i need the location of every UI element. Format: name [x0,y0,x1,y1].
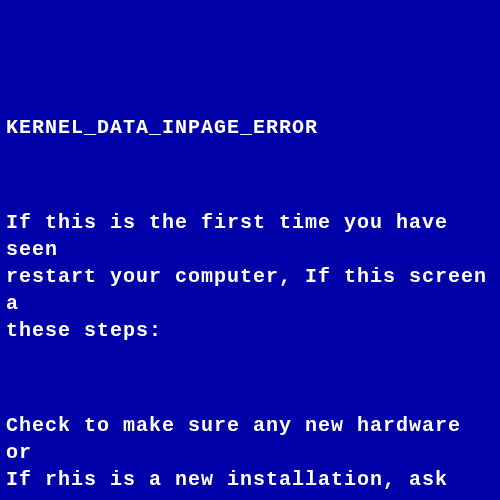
bsod-paragraph-2: Check to make sure any new hardware or I… [6,412,500,500]
bsod-error-title: KERNEL_DATA_INPAGE_ERROR [6,114,500,141]
bsod-paragraph-1: If this is the first time you have seen … [6,209,500,344]
